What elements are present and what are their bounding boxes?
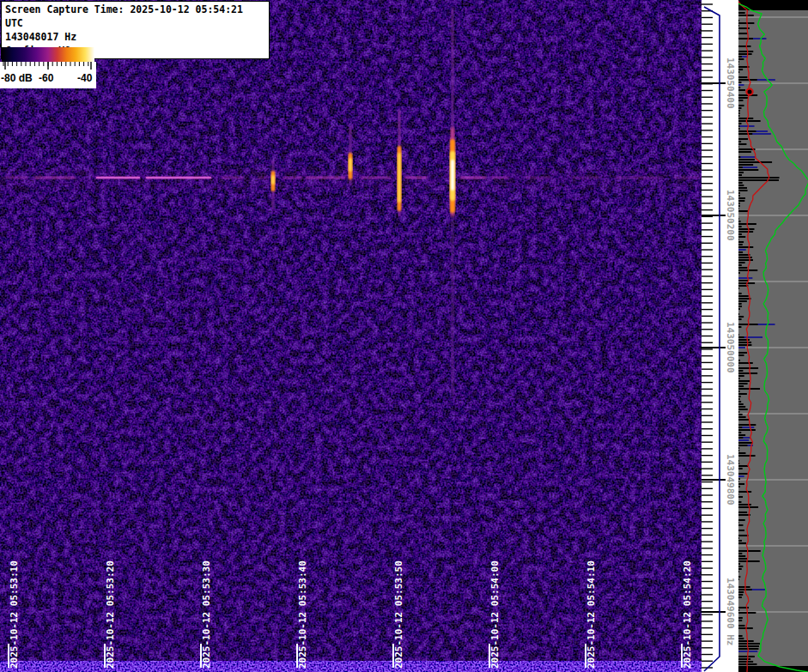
axis-line: [704, 7, 720, 671]
frequency-label: 143049600 Hz: [725, 578, 736, 645]
color-gradient-bar: [2, 47, 94, 62]
echo-segment: [398, 153, 401, 203]
time-label: 2025-10-12 05:53:10: [9, 560, 20, 669]
time-label: 2025-10-12 05:53:30: [201, 560, 212, 669]
db-label-min: -80 dB: [1, 72, 33, 84]
capture-time-text: Screen Capture Time: 2025-10-12 05:54:21…: [5, 3, 265, 30]
waterfall-display: 2025-10-12 05:53:102025-10-12 05:53:2020…: [0, 0, 702, 672]
echo-segment: [271, 175, 275, 185]
frequency-text: 143048017 Hz: [5, 30, 265, 44]
time-label: 2025-10-12 05:54:10: [586, 560, 597, 669]
spectrum-panel: [738, 0, 808, 672]
frequency-label: 143050200: [725, 190, 736, 241]
spectrogram-app: 2025-10-12 05:53:102025-10-12 05:53:2020…: [0, 0, 808, 672]
frequency-label: 143049800: [725, 454, 736, 506]
frequency-marker-dot: [746, 88, 752, 94]
db-label-max: -40: [77, 72, 92, 84]
echo-segment: [451, 160, 454, 191]
frequency-label: 143050400: [725, 58, 736, 109]
time-label: 2025-10-12 05:54:00: [489, 560, 501, 669]
frequency-label: 143050000: [725, 322, 736, 373]
time-label: 2025-10-12 05:54:20: [682, 560, 693, 669]
time-label: 2025-10-12 05:53:50: [393, 560, 404, 669]
color-scale-ticks: [0, 62, 96, 71]
time-label: 2025-10-12 05:53:20: [105, 560, 116, 669]
echo-segment: [349, 158, 352, 172]
frequency-axis: 1430504001430502001430500001430498001430…: [702, 0, 738, 672]
time-label: 2025-10-12 05:53:40: [297, 560, 308, 669]
echo-segment: [452, 208, 454, 397]
color-scale-legend: -80 dB -60 -40: [0, 47, 96, 88]
echo-segment: [452, 7, 454, 148]
db-label-mid: -60: [39, 72, 53, 84]
spectrum-panel-canvas: [738, 0, 808, 672]
color-scale-strip: -80 dB -60 -40: [0, 62, 96, 88]
